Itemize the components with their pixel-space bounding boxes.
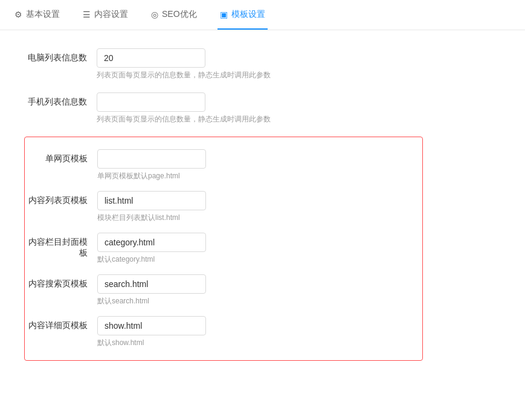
single-page-input[interactable] <box>97 149 206 169</box>
mobile-list-count-field: 列表页面每页显示的信息数量，静态生成时调用此参数 <box>97 92 459 124</box>
single-page-hint: 单网页模板默认page.html <box>97 171 422 181</box>
search-page-label: 内容搜索页模板 <box>25 274 97 289</box>
tab-basic-label: 基本设置 <box>26 9 60 20</box>
single-page-label: 单网页模板 <box>25 149 97 164</box>
gear-icon: ⚙ <box>14 10 22 19</box>
pc-list-count-input[interactable] <box>97 48 205 68</box>
category-cover-label: 内容栏目封面模板 <box>25 233 97 259</box>
search-page-field: 默认search.html <box>97 274 422 306</box>
content-list-field: 模块栏目列表默认list.html <box>97 191 422 223</box>
pc-list-count-field: 列表页面每页显示的信息数量，静态生成时调用此参数 <box>97 48 459 80</box>
tab-basic[interactable]: ⚙ 基本设置 <box>12 0 62 30</box>
pc-list-count-row: 电脑列表信息数 列表页面每页显示的信息数量，静态生成时调用此参数 <box>24 48 459 80</box>
main-content: 电脑列表信息数 列表页面每页显示的信息数量，静态生成时调用此参数 手机列表信息数… <box>0 30 483 379</box>
single-page-field: 单网页模板默认page.html <box>97 149 422 181</box>
mobile-list-count-hint: 列表页面每页显示的信息数量，静态生成时调用此参数 <box>97 114 459 124</box>
search-page-hint: 默认search.html <box>97 296 422 306</box>
content-list-label: 内容列表页模板 <box>25 191 97 206</box>
detail-page-row: 内容详细页模板 默认show.html <box>25 316 422 348</box>
template-section: 单网页模板 单网页模板默认page.html 内容列表页模板 模块栏目列表默认l… <box>24 137 423 361</box>
detail-page-input[interactable] <box>97 316 206 335</box>
tab-seo[interactable]: ◎ SEO优化 <box>149 0 199 30</box>
content-list-hint: 模块栏目列表默认list.html <box>97 213 422 223</box>
search-page-input[interactable] <box>97 274 206 294</box>
tab-content-label: 内容设置 <box>94 9 128 20</box>
tab-bar: ⚙ 基本设置 ☰ 内容设置 ◎ SEO优化 ▣ 模板设置 <box>0 0 525 30</box>
mobile-list-count-row: 手机列表信息数 列表页面每页显示的信息数量，静态生成时调用此参数 <box>24 92 459 124</box>
tab-template-label: 模板设置 <box>231 9 265 20</box>
seo-icon: ◎ <box>151 10 158 19</box>
single-page-row: 单网页模板 单网页模板默认page.html <box>25 149 422 181</box>
content-list-row: 内容列表页模板 模块栏目列表默认list.html <box>25 191 422 223</box>
tab-content[interactable]: ☰ 内容设置 <box>80 0 130 30</box>
search-page-row: 内容搜索页模板 默认search.html <box>25 274 422 306</box>
mobile-list-count-label: 手机列表信息数 <box>24 92 97 108</box>
pc-list-count-label: 电脑列表信息数 <box>24 48 97 63</box>
mobile-list-count-input[interactable] <box>97 92 205 112</box>
detail-page-hint: 默认show.html <box>97 338 422 348</box>
tab-template[interactable]: ▣ 模板设置 <box>217 0 268 30</box>
grid-icon: ☰ <box>83 10 91 19</box>
category-cover-hint: 默认category.html <box>97 254 422 265</box>
template-icon: ▣ <box>220 10 228 19</box>
category-cover-input[interactable] <box>97 233 206 252</box>
pc-list-count-hint: 列表页面每页显示的信息数量，静态生成时调用此参数 <box>97 70 459 80</box>
detail-page-field: 默认show.html <box>97 316 422 348</box>
tab-seo-label: SEO优化 <box>162 9 197 20</box>
category-cover-field: 默认category.html <box>97 233 422 265</box>
category-cover-row: 内容栏目封面模板 默认category.html <box>25 233 422 265</box>
content-list-input[interactable] <box>97 191 206 210</box>
detail-page-label: 内容详细页模板 <box>25 316 97 331</box>
